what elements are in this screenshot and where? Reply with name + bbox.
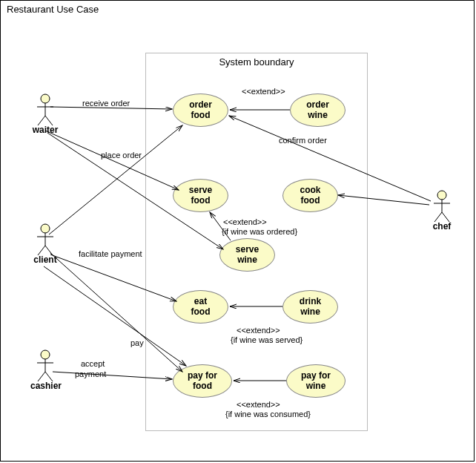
label-receive-order: receive order xyxy=(82,99,130,108)
usecase-drink-wine: drink wine xyxy=(282,290,338,324)
usecase-pay-food: pay for food xyxy=(173,364,232,398)
label-extend-3: <<extend>> xyxy=(237,326,280,335)
svg-point-15 xyxy=(437,191,446,200)
actor-label: client xyxy=(30,255,60,265)
label-payment: payment xyxy=(75,370,106,378)
usecase-serve-food: serve food xyxy=(173,179,228,212)
actor-cashier: cashier xyxy=(30,349,60,391)
svg-point-10 xyxy=(41,350,50,359)
label-facilitate-payment: facilitate payment xyxy=(79,249,142,258)
diagram-frame: Restaurant Use Case System boundary wait… xyxy=(0,0,475,462)
usecase-order-food: order food xyxy=(173,93,228,127)
label-pay: pay xyxy=(130,338,144,347)
label-place-order: place order xyxy=(101,151,142,160)
diagram-title: Restaurant Use Case xyxy=(7,4,99,15)
actor-chef: chef xyxy=(427,190,457,232)
actor-label: cashier xyxy=(30,381,60,391)
label-extend-4: <<extend>> xyxy=(237,400,280,409)
label-cond-3: {if wine was served} xyxy=(231,335,303,344)
label-extend-2: <<extend>> xyxy=(223,217,267,226)
actor-icon xyxy=(432,190,452,223)
svg-point-0 xyxy=(41,94,50,103)
usecase-serve-wine: serve wine xyxy=(219,238,275,272)
svg-point-5 xyxy=(41,224,50,233)
usecase-cook-food: cook food xyxy=(282,179,338,212)
actor-icon xyxy=(36,93,55,126)
actor-label: chef xyxy=(427,221,457,232)
usecase-eat-food: eat food xyxy=(173,290,228,324)
label-cond-4: {if wine was consumed} xyxy=(225,410,311,418)
label-cond-2: {if wine was ordered} xyxy=(222,227,297,236)
system-boundary-title: System boundary xyxy=(146,56,367,68)
label-extend-1: <<extend>> xyxy=(242,87,285,96)
actor-icon xyxy=(36,223,55,256)
usecase-order-wine: order wine xyxy=(290,93,346,127)
actor-client: client xyxy=(30,223,60,265)
usecase-pay-wine: pay for wine xyxy=(286,364,346,398)
label-accept: accept xyxy=(81,359,105,368)
actor-waiter: waiter xyxy=(30,93,60,135)
label-confirm-order: confirm order xyxy=(279,136,327,145)
actor-label: waiter xyxy=(30,125,60,135)
actor-icon xyxy=(36,349,55,382)
